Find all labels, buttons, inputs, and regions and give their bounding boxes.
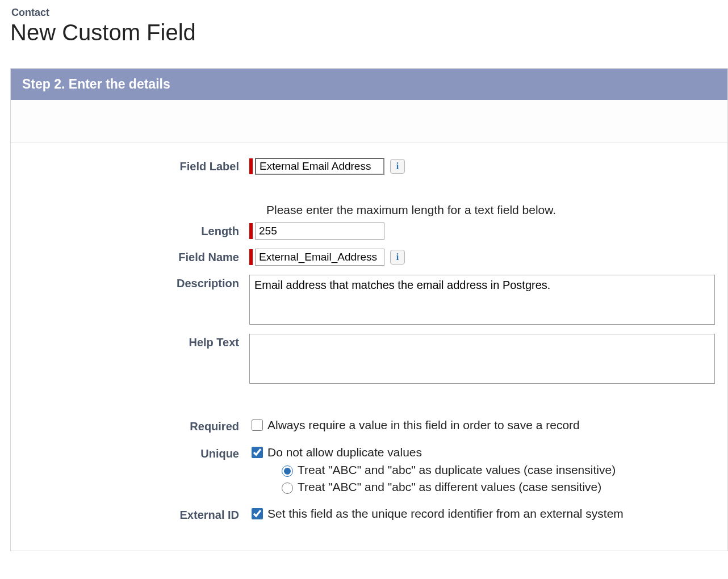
length-label: Length: [11, 223, 249, 238]
required-text: Always require a value in this field in …: [267, 418, 580, 432]
length-input[interactable]: [255, 223, 384, 240]
required-checkbox[interactable]: [252, 419, 263, 431]
page-title: New Custom Field: [10, 20, 728, 45]
field-label-label: Field Label: [11, 158, 249, 173]
case-insensitive-radio[interactable]: [282, 465, 293, 477]
description-textarea[interactable]: [249, 275, 715, 325]
case-insensitive-text: Treat "ABC" and "abc" as duplicate value…: [298, 463, 616, 477]
info-icon[interactable]: i: [390, 250, 405, 265]
required-label: Required: [11, 418, 249, 433]
breadcrumb-object: Contact: [11, 7, 728, 19]
external-id-label: External ID: [11, 506, 249, 522]
case-sensitive-text: Treat "ABC" and "abc" as different value…: [298, 480, 601, 494]
field-label-input[interactable]: [255, 158, 384, 175]
field-name-input[interactable]: [255, 249, 384, 266]
panel-spacer: [11, 100, 727, 143]
help-text-label: Help Text: [11, 334, 249, 349]
required-indicator: [249, 158, 253, 174]
details-panel: Step 2. Enter the details Field Label i …: [10, 68, 728, 551]
required-indicator: [249, 223, 253, 239]
panel-step-title: Step 2. Enter the details: [11, 69, 727, 100]
length-instruction: Please enter the maximum length for a te…: [266, 203, 727, 217]
unique-checkbox[interactable]: [252, 447, 263, 458]
form: Field Label i Please enter the maximum l…: [11, 143, 727, 551]
unique-label: Unique: [11, 445, 249, 460]
field-name-label: Field Name: [11, 249, 249, 264]
unique-text: Do not allow duplicate values: [267, 446, 422, 459]
help-text-textarea[interactable]: [249, 334, 715, 384]
info-icon[interactable]: i: [390, 159, 405, 174]
required-indicator: [249, 249, 253, 265]
external-id-checkbox[interactable]: [252, 508, 263, 519]
description-label: Description: [11, 275, 249, 290]
case-sensitive-radio[interactable]: [282, 482, 293, 494]
external-id-text: Set this field as the unique record iden…: [267, 507, 624, 521]
